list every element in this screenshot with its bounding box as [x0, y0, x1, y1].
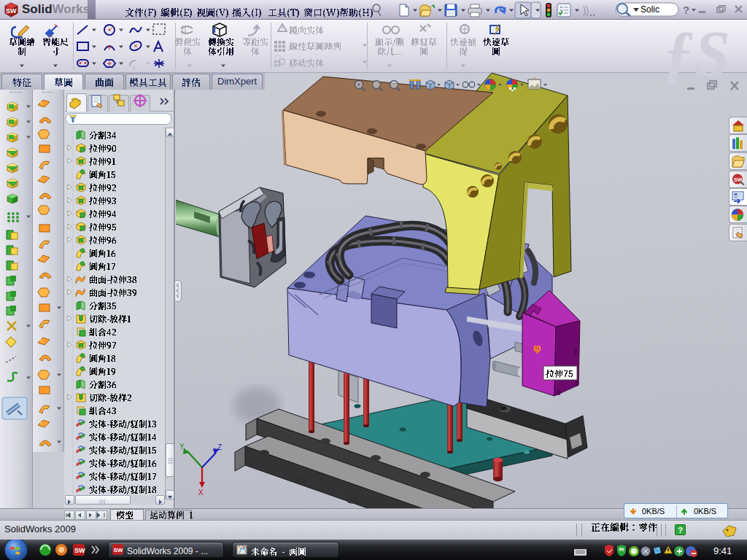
svg-text:X: X [198, 489, 204, 497]
svg-text:Solic: Solic [640, 4, 659, 15]
svg-text:SW: SW [6, 7, 17, 15]
svg-text:SW: SW [114, 547, 123, 553]
svg-text:SW: SW [734, 177, 743, 182]
svg-text:?: ? [683, 4, 689, 16]
svg-text:Z: Z [217, 443, 222, 451]
svg-text:φ: φ [533, 341, 541, 354]
svg-text:SW: SW [74, 547, 85, 554]
svg-text:Y: Y [179, 443, 185, 451]
